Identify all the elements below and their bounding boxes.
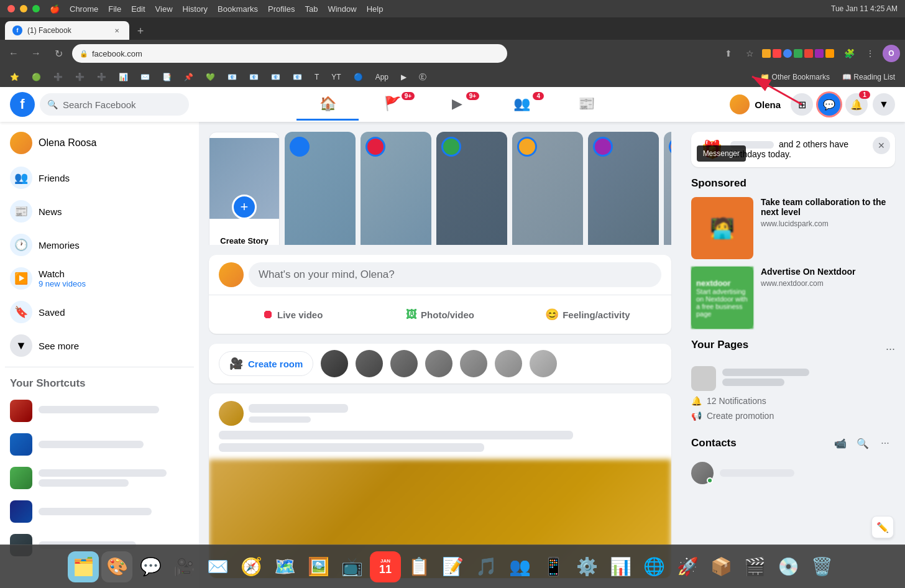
dock-notes[interactable]: 📝: [437, 551, 468, 582]
search-bar[interactable]: 🔍 Search Facebook: [40, 93, 189, 116]
bookmark-item[interactable]: ▶: [396, 71, 411, 83]
tab-close-button[interactable]: ✕: [112, 25, 122, 35]
dock-system-prefs[interactable]: ⚙️: [571, 551, 602, 582]
extension-icon[interactable]: [794, 49, 802, 58]
composer-input-area[interactable]: What's on your mind, Olena?: [249, 262, 661, 287]
dock-music[interactable]: 🎵: [471, 551, 502, 582]
sidebar-item-news[interactable]: 📰 News: [5, 195, 194, 227]
reading-list[interactable]: 📖 Reading List: [837, 71, 900, 83]
bookmark-item[interactable]: T: [310, 71, 324, 83]
user-profile-icon[interactable]: O: [883, 45, 900, 62]
extensions-icon[interactable]: 🧩: [840, 45, 858, 62]
bookmark-item[interactable]: ➕: [92, 71, 111, 83]
new-video-call-button[interactable]: 📹: [830, 433, 850, 453]
sidebar-item-memories[interactable]: 🕐 Memories: [5, 229, 194, 261]
sidebar-item-see-more[interactable]: ▼ See more: [5, 329, 194, 362]
account-menu-button[interactable]: ▼: [873, 93, 895, 116]
bookmark-icon[interactable]: ☆: [741, 45, 758, 62]
profiles-menu[interactable]: Profiles: [268, 4, 295, 14]
photo-video-button[interactable]: 🖼 Photo/video: [366, 303, 513, 326]
sidebar-item-watch[interactable]: ▶️ Watch 9 new videos: [5, 262, 194, 295]
contact-item-1[interactable]: [691, 458, 895, 488]
nav-news[interactable]: 📰: [555, 88, 617, 121]
dock-chrome[interactable]: 🌐: [638, 551, 669, 582]
notifications-button[interactable]: 🔔 1: [845, 93, 868, 116]
dock-messages[interactable]: 💬: [135, 551, 166, 582]
contacts-more-button[interactable]: ···: [875, 433, 895, 453]
nav-friends[interactable]: 👥 4: [490, 88, 553, 121]
bookmark-item[interactable]: ⭐: [5, 71, 24, 83]
bookmark-item[interactable]: 📧: [244, 71, 264, 83]
story-card-5[interactable]: [588, 132, 659, 245]
story-card-6[interactable]: [664, 132, 671, 245]
apple-menu[interactable]: 🍎: [50, 4, 60, 14]
nav-video[interactable]: ▶ 9+: [426, 88, 488, 121]
dock-excel[interactable]: 📊: [605, 551, 636, 582]
dock-slack[interactable]: 👥: [504, 551, 535, 582]
edit-menu[interactable]: Edit: [131, 4, 145, 14]
dock-zoom[interactable]: 🎬: [739, 551, 770, 582]
extension-k-icon[interactable]: [773, 49, 781, 58]
dock-photos[interactable]: 🖼️: [303, 551, 334, 582]
shortcut-item[interactable]: [5, 395, 194, 427]
ad-card-nextdoor[interactable]: nextdoor Start advertising on Nextdoor w…: [691, 267, 895, 329]
story-card-1[interactable]: [285, 132, 356, 245]
bookmark-item[interactable]: YT: [326, 71, 346, 83]
window-menu[interactable]: Window: [328, 4, 356, 14]
shortcut-item[interactable]: [5, 462, 194, 494]
messenger-button[interactable]: 💬: [818, 93, 840, 116]
dock-mail[interactable]: ✉️: [202, 551, 233, 582]
bookmark-item[interactable]: ➕: [70, 71, 90, 83]
dock-preview[interactable]: 📦: [705, 551, 737, 582]
story-card-2[interactable]: [361, 132, 431, 245]
story-card-4[interactable]: [512, 132, 583, 245]
sidebar-user-item[interactable]: Olena Roosa: [5, 127, 194, 159]
other-bookmarks[interactable]: 📁 Other Bookmarks: [755, 71, 835, 83]
bookmark-item[interactable]: 📊: [114, 71, 133, 83]
browser-tab[interactable]: f (1) Facebook ✕: [5, 21, 129, 40]
sidebar-item-saved[interactable]: 🔖 Saved: [5, 296, 194, 328]
bookmark-item[interactable]: 💚: [201, 71, 220, 83]
url-bar[interactable]: 🔒 facebook.com: [72, 44, 507, 63]
bookmark-item[interactable]: 🟢: [27, 71, 46, 83]
minimize-button[interactable]: [20, 5, 27, 12]
room-avatar-6[interactable]: [495, 350, 522, 377]
history-menu[interactable]: History: [183, 4, 208, 14]
room-avatar-1[interactable]: [321, 350, 348, 377]
extension-icon2[interactable]: [804, 49, 813, 58]
room-avatar-7[interactable]: [530, 350, 557, 377]
pages-more-button[interactable]: ···: [886, 342, 895, 356]
feeling-button[interactable]: 😊 Feeling/activity: [514, 303, 661, 326]
room-avatar-4[interactable]: [425, 350, 452, 377]
bookmark-item[interactable]: App: [370, 71, 393, 83]
bookmark-item[interactable]: ✉️: [136, 71, 155, 83]
share-icon[interactable]: ⬆: [720, 45, 737, 62]
bookmark-item[interactable]: 🔵: [349, 71, 368, 83]
room-avatar-3[interactable]: [390, 350, 418, 377]
dock-tv[interactable]: 📺: [336, 551, 367, 582]
nav-home[interactable]: 🏠: [296, 88, 359, 121]
new-tab-button[interactable]: +: [132, 22, 149, 40]
create-promotion-action[interactable]: 📢 Create promotion: [691, 408, 895, 423]
forward-button[interactable]: →: [27, 45, 45, 62]
bookmark-item[interactable]: 📌: [179, 71, 198, 83]
live-video-button[interactable]: ⏺ Live video: [219, 303, 366, 326]
nav-flag[interactable]: 🚩 9+: [361, 88, 423, 121]
create-story-card[interactable]: + Create Story: [209, 132, 280, 245]
room-avatar-5[interactable]: [460, 350, 487, 377]
extension-abp-icon[interactable]: [762, 49, 771, 58]
dock-reminders[interactable]: 📋: [403, 551, 434, 582]
dock-trash[interactable]: 🗑️: [806, 551, 837, 582]
close-button[interactable]: [7, 5, 15, 12]
birthday-close-button[interactable]: ✕: [873, 137, 890, 154]
page-notifications-action[interactable]: 🔔 12 Notifications: [691, 393, 895, 408]
bookmark-item[interactable]: 📑: [157, 71, 177, 83]
back-button[interactable]: ←: [5, 45, 22, 62]
bookmark-item[interactable]: ➕: [48, 71, 68, 83]
dock-app-store[interactable]: 📱: [538, 551, 569, 582]
dock-airmail[interactable]: 🚀: [672, 551, 703, 582]
shortcut-item[interactable]: [5, 495, 194, 528]
compose-button[interactable]: ✏️: [871, 516, 894, 538]
dock-cleanmymac[interactable]: 💿: [773, 551, 804, 582]
dock-safari[interactable]: 🧭: [236, 551, 267, 582]
